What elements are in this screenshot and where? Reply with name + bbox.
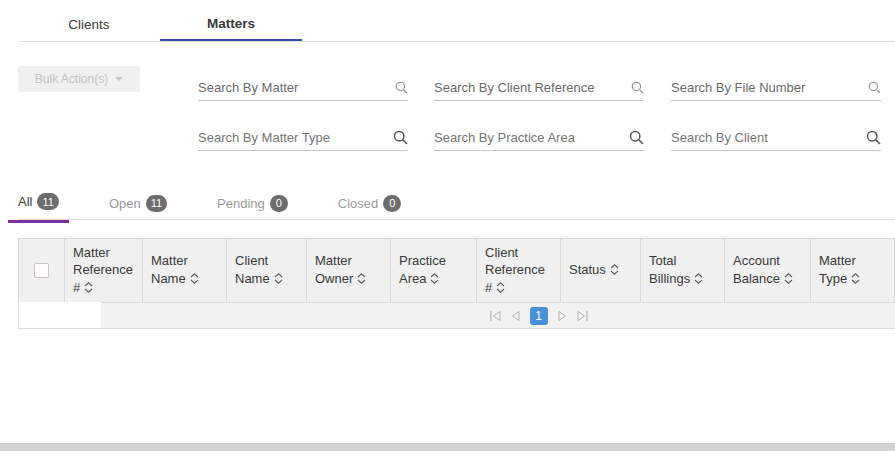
search-client-reference-input[interactable] [434,80,631,95]
column-header-status[interactable]: Status [561,239,641,302]
column-label: Matter Reference # [73,245,133,295]
column-header-matter-reference[interactable]: Matter Reference # [65,239,143,302]
column-label: Matter Name [151,253,188,286]
matters-page: Clients Matters Bulk Action(s) [0,0,895,451]
pagination-bar: 1 [101,302,895,328]
sort-icon[interactable] [851,271,860,289]
sort-icon[interactable] [190,271,199,289]
column-label: Account Balance [733,253,780,286]
search-field-client-reference [434,75,644,101]
column-label: Client Reference # [485,245,545,295]
matters-table: Matter Reference # Matter Name Client Na… [18,238,895,329]
filter-closed-label: Closed [338,196,378,211]
column-header-total-billings[interactable]: Total Billings [641,239,725,302]
search-practice-area-input[interactable] [434,130,629,145]
tabs-divider [18,41,895,42]
search-field-file-number [671,75,881,101]
sort-icon[interactable] [357,271,366,289]
column-label: Client Name [235,253,270,286]
first-page-button[interactable] [489,310,502,322]
search-field-matter-type [198,125,408,151]
select-all-checkbox[interactable] [34,263,49,278]
table-header-row: Matter Reference # Matter Name Client Na… [19,239,894,302]
previous-page-button[interactable] [511,310,521,322]
filter-open[interactable]: Open 11 [99,187,177,223]
column-header-account-balance[interactable]: Account Balance [725,239,811,302]
sort-icon[interactable] [784,271,793,289]
caret-down-icon [115,77,123,81]
column-label: Matter Owner [315,253,353,286]
search-icon[interactable] [395,81,408,94]
status-filters: All 11 Open 11 Pending 0 Closed 0 [8,187,411,223]
sort-icon[interactable] [84,280,93,298]
filter-all[interactable]: All 11 [8,187,69,223]
search-file-number-input[interactable] [671,80,868,95]
filter-open-count-badge: 11 [146,195,167,212]
column-header-client-reference[interactable]: Client Reference # [477,239,561,302]
search-client-input[interactable] [671,130,866,145]
filter-pending-label: Pending [217,196,265,211]
filter-closed-count-badge: 0 [383,195,401,212]
bulk-actions-button[interactable]: Bulk Action(s) [18,66,140,92]
column-header-practice-area[interactable]: Practice Area [391,239,477,302]
search-field-client [671,125,881,151]
search-matter-type-input[interactable] [198,130,393,145]
last-page-button[interactable] [576,310,589,322]
column-header-client-name[interactable]: Client Name [227,239,307,302]
filter-pending-count-badge: 0 [270,195,288,212]
column-header-matter-owner[interactable]: Matter Owner [307,239,391,302]
next-page-button[interactable] [557,310,567,322]
column-label: Status [569,262,606,277]
top-tabs: Clients Matters [18,8,302,41]
tab-clients[interactable]: Clients [18,8,160,41]
filter-pending[interactable]: Pending 0 [207,187,298,223]
bulk-actions-label: Bulk Action(s) [35,72,108,86]
search-field-matter [198,75,408,101]
column-label: Total Billings [649,253,690,286]
tab-matters[interactable]: Matters [160,8,302,41]
tab-clients-label: Clients [68,17,109,32]
horizontal-scrollbar[interactable] [0,443,895,451]
column-header-matter-name[interactable]: Matter Name [143,239,227,302]
filter-open-label: Open [109,196,141,211]
sort-icon[interactable] [694,271,703,289]
tab-matters-label: Matters [207,16,255,31]
filter-all-label: All [18,194,32,209]
column-header-matter-type[interactable]: Matter Type [811,239,894,302]
search-icon[interactable] [866,130,881,145]
search-matter-input[interactable] [198,80,395,95]
search-icon[interactable] [629,130,644,145]
select-all-cell [19,239,65,302]
filter-closed[interactable]: Closed 0 [328,187,411,223]
search-icon[interactable] [393,130,408,145]
sort-icon[interactable] [430,271,439,289]
sort-icon[interactable] [496,280,505,298]
sort-icon[interactable] [274,271,283,289]
page-number-button[interactable]: 1 [530,307,548,325]
search-field-practice-area [434,125,644,151]
filter-all-count-badge: 11 [37,193,58,210]
sort-icon[interactable] [610,262,619,280]
filters-divider [18,219,895,220]
search-icon[interactable] [631,81,644,94]
search-icon[interactable] [868,81,881,94]
